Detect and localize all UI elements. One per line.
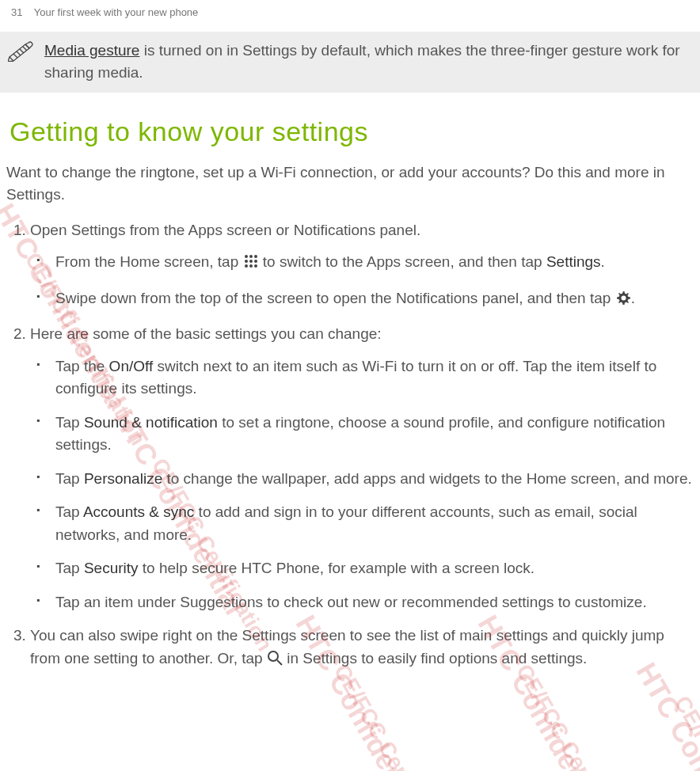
note-strong: Media gesture — [44, 42, 139, 59]
text-fragment: Tap an item under Suggestions to check o… — [55, 594, 647, 610]
svg-point-10 — [268, 651, 278, 661]
svg-point-1 — [249, 255, 253, 258]
ordered-steps: Open Settings from the Apps screen or No… — [6, 219, 694, 673]
keyword-security: Security — [84, 560, 139, 576]
watermark-certification: CE/FCC Certification — [325, 658, 463, 771]
svg-point-0 — [245, 255, 248, 258]
pencil-icon — [8, 40, 35, 68]
text-fragment: to change the wallpaper, add apps and wi… — [162, 470, 692, 487]
step-1-sublist: From the Home screen, tap to switch to t… — [30, 251, 694, 312]
step-3: You can also swipe right on the Settings… — [30, 625, 694, 672]
step-2-bullet-2: Tap Sound & notification to set a ringto… — [52, 412, 694, 457]
chapter-title: Your first week with your new phone — [34, 6, 199, 18]
text-fragment: Tap — [55, 470, 84, 487]
step-1-bullet-2: Swipe down from the top of the screen to… — [52, 287, 694, 313]
note-rest: is turned on in Settings by default, whi… — [44, 42, 680, 82]
text-fragment: Tap — [55, 560, 84, 576]
step-1-bullet-1: From the Home screen, tap to switch to t… — [52, 251, 694, 276]
step-1-text: Open Settings from the Apps screen or No… — [30, 222, 420, 238]
step-2-bullet-6: Tap an item under Suggestions to check o… — [52, 591, 694, 614]
text-fragment: Tap — [55, 414, 84, 431]
keyword-settings: Settings — [546, 253, 601, 270]
gear-icon — [615, 290, 631, 313]
text-fragment: to help secure HTC Phone, for example wi… — [139, 560, 535, 576]
page-number: 31 — [11, 6, 22, 18]
page: HTC Confidential CE/FCC Certification HT… — [0, 0, 700, 771]
svg-point-6 — [245, 264, 248, 268]
text-fragment: Tap — [55, 503, 83, 520]
step-2: Here are some of the basic settings you … — [30, 323, 694, 613]
watermark-certification: CE/FCC Certification — [666, 689, 700, 771]
svg-point-8 — [254, 264, 257, 268]
keyword-accounts: Accounts & sync — [83, 503, 194, 520]
note-text: Media gesture is turned on in Settings b… — [44, 40, 689, 85]
svg-point-2 — [254, 255, 257, 258]
text-fragment: . — [601, 253, 605, 270]
keyword-onoff: On/Off — [109, 358, 154, 374]
apps-grid-icon — [243, 253, 259, 276]
watermark-confidential: HTC Confidential — [626, 655, 700, 771]
step-1: Open Settings from the Apps screen or No… — [30, 219, 694, 313]
text-fragment: Swipe down from the top of the screen to… — [55, 290, 615, 306]
step-2-text: Here are some of the basic settings you … — [30, 325, 382, 342]
step-2-bullet-3: Tap Personalize to change the wallpaper,… — [52, 468, 694, 491]
step-2-sublist: Tap the On/Off switch next to an item su… — [30, 355, 694, 614]
svg-point-3 — [245, 260, 248, 263]
section-title: Getting to know your settings — [10, 112, 690, 152]
text-fragment: to switch to the Apps screen, and then t… — [263, 253, 546, 270]
svg-point-5 — [254, 260, 257, 263]
step-2-bullet-1: Tap the On/Off switch next to an item su… — [52, 355, 694, 401]
svg-point-4 — [249, 260, 253, 263]
step-2-bullet-4: Tap Accounts & sync to add and sign in t… — [52, 501, 694, 546]
keyword-sound: Sound & notification — [84, 414, 218, 431]
watermark-certification: CE/FCC Certification — [508, 658, 645, 771]
intro-text: Want to change the ringtone, set up a Wi… — [6, 161, 694, 207]
text-fragment: From the Home screen, tap — [55, 253, 243, 270]
svg-line-11 — [277, 660, 282, 665]
text-fragment: Tap the — [55, 358, 109, 374]
page-header: 31 Your first week with your new phone — [0, 0, 700, 24]
svg-point-7 — [249, 264, 253, 268]
note-box: Media gesture is turned on in Settings b… — [0, 32, 700, 93]
search-icon — [267, 650, 283, 673]
text-fragment: . — [631, 290, 635, 306]
svg-point-9 — [621, 295, 626, 300]
step-2-bullet-5: Tap Security to help secure HTC Phone, f… — [52, 557, 694, 580]
keyword-personalize: Personalize — [84, 470, 162, 487]
text-fragment: in Settings to easily find options and s… — [287, 650, 587, 667]
